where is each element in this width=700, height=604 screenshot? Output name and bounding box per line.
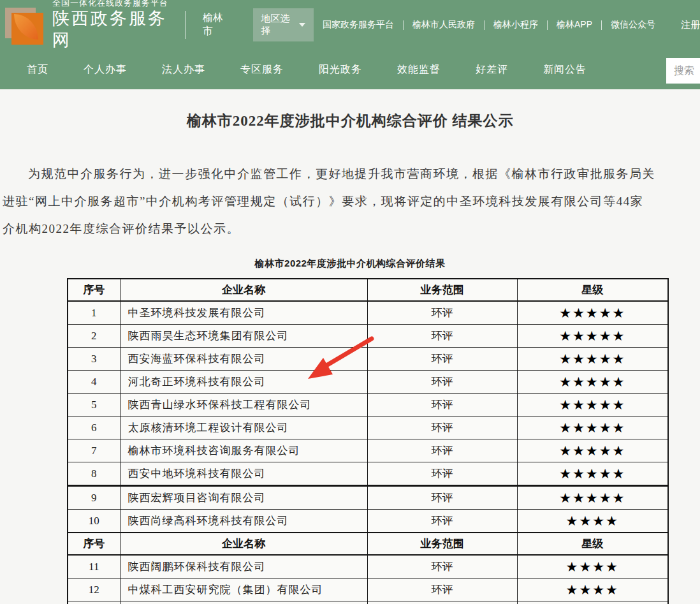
link-national-platform[interactable]: 国家政务服务平台 [314,19,403,31]
cell-no: 5 [68,394,120,416]
column-header: 企业名称 [120,279,367,301]
site-header: 全国一体化在线政务服务平台 陕西政务服务网 榆林市 地区选择 国家政务服务平台 … [0,0,700,89]
region-selector-label: 地区选择 [261,13,294,37]
table-row: 9陕西宏辉项目咨询有限公司环评★★★★★ [68,486,668,510]
table-row: 7榆林市环境科技咨询服务有限公司环评★★★★★ [68,439,668,462]
cell-scope: 环评 [367,578,517,601]
cell-scope: 环评 [367,439,517,462]
link-app[interactable]: 榆林APP [548,19,601,31]
table-row: 8西安中地环境科技有限公司环评★★★★★ [68,462,668,486]
cell-no: 2 [68,325,120,348]
cell-no: 1 [68,301,120,325]
cell-name: 榆林市环境科技咨询服务有限公司 [120,439,367,462]
cell-no: 9 [68,486,120,510]
evaluation-table: 序号企业名称业务范围星级1中圣环境科技发展有限公司环评★★★★★2陕西雨昊生态环… [67,278,669,604]
cell-no: 12 [68,578,120,601]
cell-scope: 环评 [367,325,517,348]
cell-scope: 环评 [367,348,517,371]
cell-stars: ★★★★★ [517,416,668,439]
cell-stars: ★★★★★ [517,394,668,416]
table-header-row: 序号企业名称业务范围星级 [68,279,668,301]
cell-name: 中煤科工西安研究院（集团）有限公司 [120,578,367,601]
cell-name: 中圣环境科技发展有限公司 [120,301,367,325]
cell-stars: ★★★★ [517,555,668,578]
cell-name: 陕西雨昊生态环境集团有限公司 [120,325,367,348]
header-top-bar: 全国一体化在线政务服务平台 陕西政务服务网 榆林市 地区选择 国家政务服务平台 … [0,0,700,50]
nav-item-legal-person[interactable]: 法人办事 [162,63,205,77]
link-mini-program[interactable]: 榆林小程序 [485,19,547,31]
cell-scope: 环评 [367,555,517,578]
table-row: 11陕西阔鹏环保科技有限公司环评★★★★ [68,555,668,578]
cell-stars: ★★★★ [517,510,668,533]
nav-item-personal[interactable]: 个人办事 [84,63,127,77]
region-selector-button[interactable]: 地区选择 [253,8,314,41]
page-title: 榆林市2022年度涉批中介机构综合评价 结果公示 [0,111,700,131]
platform-label: 全国一体化在线政务服务平台 [52,0,171,8]
cell-stars: ★★★★★ [517,439,668,462]
cell-stars: ★★★★ [517,601,668,604]
cell-stars: ★★★★★ [517,325,668,348]
cell-scope: 环评 [367,301,517,325]
nav-item-efficiency[interactable]: 效能监督 [397,63,441,77]
column-header: 业务范围 [367,533,517,555]
table-row: 5陕西青山绿水环保科技工程有限公司环评★★★★★ [68,394,668,416]
table-caption: 榆林市2022年度涉批中介机构综合评价结果 [0,258,700,270]
cell-no: 7 [68,439,120,462]
cell-scope: 环评 [367,601,517,604]
site-logo-icon [5,5,43,45]
cell-no: 8 [68,462,120,486]
nav-item-rating[interactable]: 好差评 [476,63,508,77]
table-row: 3西安海蓝环保科技有限公司环评★★★★★ [68,348,668,371]
table-row: 4河北奇正环境科技有限公司环评★★★★★ [68,371,668,394]
nav-item-home[interactable]: 首页 [27,63,48,77]
column-header: 星级 [517,279,668,301]
cell-stars: ★★★★★ [517,486,668,510]
column-header: 序号 [68,533,120,555]
cell-stars: ★★★★★ [517,371,668,394]
link-wechat[interactable]: 微信公众号 [602,19,664,31]
cell-no: 3 [68,348,120,371]
cell-no: 6 [68,416,120,439]
paragraph-line: 进驻“网上中介服务超市”中介机构考评管理规定（试行）》要求，现将评定的中圣环境科… [0,188,700,215]
top-links: 国家政务服务平台 榆林市人民政府 榆林小程序 榆林APP 微信公众号 注册 [314,19,700,31]
cell-scope: 环评 [367,371,517,394]
table-row: 12中煤科工西安研究院（集团）有限公司环评★★★★ [68,578,668,601]
table-row: 13渭南华山环保科技发展有限责任公司环评★★★★ [68,601,668,604]
cell-stars: ★★★★ [517,578,668,601]
cell-name: 渭南华山环保科技发展有限责任公司 [120,601,367,604]
table-row: 1中圣环境科技发展有限公司环评★★★★★ [68,301,668,325]
cell-name: 陕西宏辉项目咨询有限公司 [120,486,367,510]
column-header: 星级 [517,533,668,555]
chevron-down-icon [299,23,305,27]
link-city-government[interactable]: 榆林市人民政府 [404,19,484,31]
search-input[interactable] [666,58,700,84]
cell-scope: 环评 [367,462,517,486]
cell-name: 陕西青山绿水环保科技工程有限公司 [120,394,367,416]
cell-name: 陕西阔鹏环保科技有限公司 [120,555,367,578]
cell-stars: ★★★★★ [517,301,668,325]
cell-scope: 环评 [367,486,517,510]
column-header: 序号 [68,279,120,301]
paragraph-line: 介机构2022年度综合评价结果予以公示。 [0,215,700,242]
cell-stars: ★★★★★ [517,462,668,486]
cell-no: 4 [68,371,120,394]
cell-name: 太原核清环境工程设计有限公司 [120,416,367,439]
notice-paragraph: 为规范中介服务行为，进一步强化中介监管工作，更好地提升我市营商环境，根据《榆林市… [0,160,700,242]
cell-name: 西安海蓝环保科技有限公司 [120,348,367,371]
site-brand: 全国一体化在线政务服务平台 陕西政务服务网 [52,0,171,52]
current-city-label: 榆林市 [203,11,230,38]
table-row: 2陕西雨昊生态环境集团有限公司环评★★★★★ [68,325,668,348]
document-area: 榆林市2022年度涉批中介机构综合评价 结果公示 为规范中介服务行为，进一步强化… [0,89,700,604]
table-row: 10陕西尚绿高科环境科技有限公司环评★★★★ [68,510,668,533]
site-name: 陕西政务服务网 [52,8,171,52]
nav-item-news[interactable]: 新闻公告 [543,63,587,77]
cell-no: 11 [68,555,120,578]
cell-stars: ★★★★★ [517,348,668,371]
register-link[interactable]: 注册 [681,19,700,31]
cell-no: 13 [68,601,120,604]
nav-item-zone-services[interactable]: 专区服务 [240,63,284,77]
cell-name: 河北奇正环境科技有限公司 [120,371,367,394]
cell-scope: 环评 [367,394,517,416]
nav-item-open-government[interactable]: 阳光政务 [319,63,362,77]
column-header: 企业名称 [120,533,367,555]
